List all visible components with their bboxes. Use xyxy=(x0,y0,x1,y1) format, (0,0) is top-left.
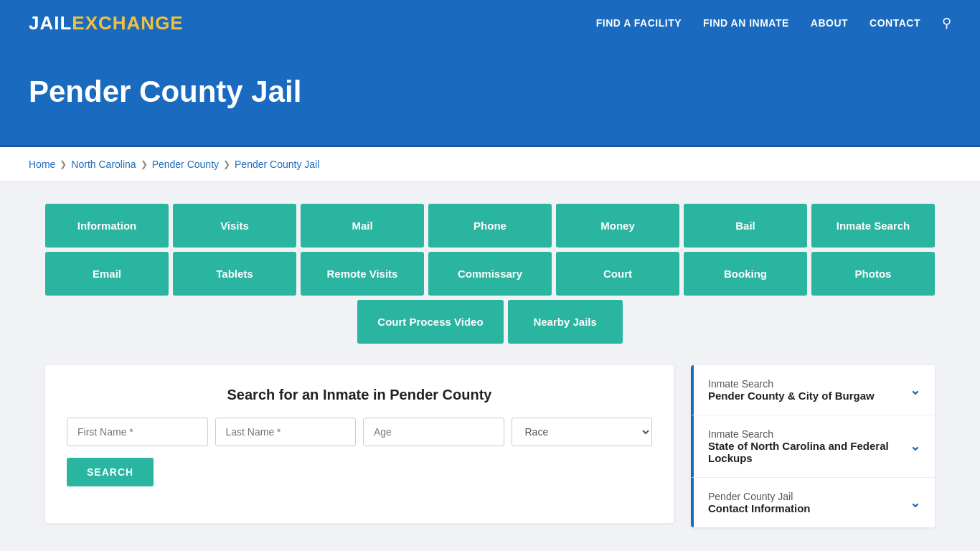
sidebar-contact-info[interactable]: Pender County Jail Contact Information ⌄ xyxy=(691,478,935,527)
breadcrumb-sep-2: ❯ xyxy=(141,159,148,169)
brand-part1: JAIL xyxy=(29,12,72,34)
sidebar-inmate-search-2[interactable]: Inmate Search State of North Carolina an… xyxy=(691,415,935,478)
btn-phone[interactable]: Phone xyxy=(428,204,552,248)
chevron-down-icon-2: ⌄ xyxy=(910,438,920,454)
breadcrumb-current: Pender County Jail xyxy=(235,159,319,170)
breadcrumb: Home ❯ North Carolina ❯ Pender County ❯ … xyxy=(29,159,951,170)
content-row: Search for an Inmate in Pender County Ra… xyxy=(45,365,935,551)
hero-section: Pender County Jail xyxy=(0,46,980,145)
breadcrumb-sep-1: ❯ xyxy=(60,159,67,169)
sidebar-item-3-subtitle: Contact Information xyxy=(708,502,811,514)
sidebar-inmate-search-1[interactable]: Inmate Search Pender County & City of Bu… xyxy=(691,365,935,415)
main-container: Information Visits Mail Phone Money Bail… xyxy=(24,204,956,551)
sidebar-item-3-title: Pender County Jail xyxy=(708,491,811,502)
navbar: JAILEXCHANGE FIND A FACILITY FIND AN INM… xyxy=(0,0,980,46)
first-name-input[interactable] xyxy=(67,418,208,446)
page-title: Pender County Jail xyxy=(29,75,951,109)
btn-tablets[interactable]: Tablets xyxy=(173,252,296,296)
action-grid-row3: Court Process Video Nearby Jails xyxy=(45,300,935,344)
btn-mail[interactable]: Mail xyxy=(301,204,424,248)
chevron-down-icon-3: ⌄ xyxy=(910,495,920,511)
age-input[interactable] xyxy=(363,418,504,446)
btn-bail[interactable]: Bail xyxy=(684,204,807,248)
sidebar-item-1-subtitle: Pender County & City of Burgaw xyxy=(708,390,875,402)
brand-logo[interactable]: JAILEXCHANGE xyxy=(29,12,184,34)
contact-link[interactable]: CONTACT xyxy=(870,17,920,29)
action-grid-row1: Information Visits Mail Phone Money Bail… xyxy=(45,204,935,248)
breadcrumb-nc[interactable]: North Carolina xyxy=(71,159,136,170)
sidebar-item-1-title: Inmate Search xyxy=(708,378,875,390)
btn-remote-visits[interactable]: Remote Visits xyxy=(301,252,424,296)
breadcrumb-sep-3: ❯ xyxy=(223,159,230,169)
btn-commissary[interactable]: Commissary xyxy=(428,252,552,296)
search-icon[interactable]: ⚲ xyxy=(942,15,951,31)
btn-booking[interactable]: Booking xyxy=(684,252,807,296)
find-facility-link[interactable]: FIND A FACILITY xyxy=(596,17,682,29)
brand-part2: EXCHANGE xyxy=(72,12,183,34)
breadcrumb-bar: Home ❯ North Carolina ❯ Pender County ❯ … xyxy=(0,147,980,182)
search-button[interactable]: SEARCH xyxy=(67,458,154,486)
btn-court[interactable]: Court xyxy=(556,252,679,296)
nav-links: FIND A FACILITY FIND AN INMATE ABOUT CON… xyxy=(596,15,951,31)
search-title: Search for an Inmate in Pender County xyxy=(67,387,652,403)
btn-information[interactable]: Information xyxy=(45,204,169,248)
sidebar-item-2-subtitle: State of North Carolina and Federal Lock… xyxy=(708,440,910,464)
btn-photos[interactable]: Photos xyxy=(811,252,935,296)
sidebar: Inmate Search Pender County & City of Bu… xyxy=(691,365,935,527)
breadcrumb-home[interactable]: Home xyxy=(29,159,55,170)
about-link[interactable]: ABOUT xyxy=(811,17,848,29)
sidebar-item-2-title: Inmate Search xyxy=(708,428,910,440)
find-inmate-link[interactable]: FIND AN INMATE xyxy=(703,17,789,29)
breadcrumb-pender[interactable]: Pender County xyxy=(152,159,219,170)
search-fields: Race White Black Hispanic Asian Other xyxy=(67,418,652,446)
btn-nearby-jails[interactable]: Nearby Jails xyxy=(508,300,623,344)
btn-inmate-search[interactable]: Inmate Search xyxy=(811,204,935,248)
btn-money[interactable]: Money xyxy=(556,204,679,248)
btn-visits[interactable]: Visits xyxy=(173,204,296,248)
btn-court-process[interactable]: Court Process Video xyxy=(357,300,503,344)
race-select[interactable]: Race White Black Hispanic Asian Other xyxy=(512,418,653,446)
action-grid-row2: Email Tablets Remote Visits Commissary C… xyxy=(45,252,935,296)
btn-email[interactable]: Email xyxy=(45,252,169,296)
search-panel: Search for an Inmate in Pender County Ra… xyxy=(45,365,674,523)
last-name-input[interactable] xyxy=(215,418,357,446)
chevron-down-icon-1: ⌄ xyxy=(910,382,920,398)
